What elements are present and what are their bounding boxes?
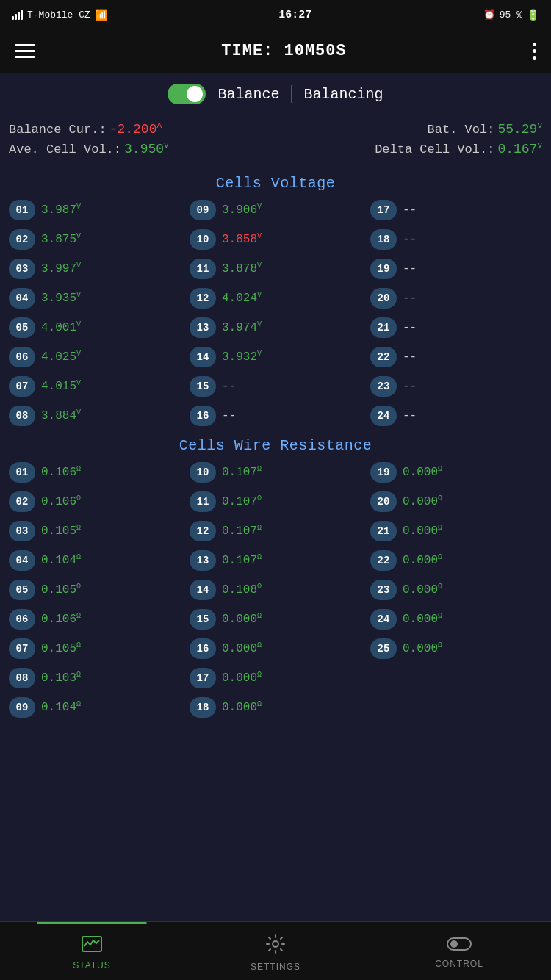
resist-cell-value: 0.105Ω (41, 583, 81, 597)
more-options-button[interactable] (533, 43, 536, 60)
divider (291, 85, 292, 103)
resist-cell-number: 20 (370, 491, 397, 512)
cell-item: 054.001V (6, 314, 184, 342)
cell-item: 074.015V (6, 372, 184, 400)
cell-voltage: 4.015V (41, 379, 81, 393)
resist-item: 220.000Ω (367, 547, 545, 574)
cell-voltage: -- (403, 262, 417, 275)
cell-item: 013.987V (6, 196, 184, 224)
balance-cur-stat: Balance Cur.: -2.200A (9, 121, 162, 137)
settings-icon (266, 934, 285, 959)
resist-cell-value: 0.107Ω (222, 553, 262, 567)
resist-cell-number: 25 (370, 638, 397, 659)
cell-voltage: 3.974V (222, 320, 262, 334)
resist-cell-value: 0.106Ω (41, 612, 81, 626)
toggle-track (168, 84, 206, 104)
cell-number: 14 (190, 347, 216, 367)
bat-vol-label: Bat. Vol: (428, 123, 495, 137)
cell-number: 12 (190, 288, 216, 309)
resist-cell-number: 23 (370, 580, 397, 600)
resist-item: 090.104Ω (6, 693, 184, 721)
resist-cell-number: 19 (370, 462, 397, 483)
cell-voltage: -- (222, 409, 236, 422)
cell-item: 21-- (367, 314, 545, 342)
ave-cell-label: Ave. Cell Vol.: (9, 143, 121, 156)
balance-cur-value: -2.200A (109, 121, 162, 137)
cell-number: 07 (9, 376, 35, 397)
cell-voltage: -- (403, 409, 417, 422)
cell-voltage: 3.858V (222, 232, 262, 246)
cell-number: 06 (9, 347, 35, 367)
cell-item: 133.974V (187, 314, 364, 342)
resist-cell-number: 11 (190, 491, 216, 512)
resist-cell-value: 0.107Ω (222, 524, 262, 538)
cell-number: 09 (190, 200, 216, 220)
nav-settings[interactable]: SETTINGS (184, 922, 367, 980)
balance-toggle[interactable] (168, 84, 206, 104)
resist-cell-value: 0.000Ω (403, 524, 442, 538)
resist-item: 180.000Ω (187, 693, 364, 721)
menu-button[interactable] (15, 44, 35, 58)
cell-voltage: -- (403, 292, 417, 305)
resist-cell-value: 0.000Ω (403, 583, 442, 597)
cell-number: 02 (9, 229, 35, 250)
cell-item: 24-- (367, 402, 545, 430)
resist-item: 170.000Ω (187, 664, 364, 692)
carrier-label: T-Mobile CZ (27, 10, 90, 21)
resist-item: 100.107Ω (187, 458, 364, 486)
cell-voltage: -- (222, 380, 236, 393)
signal-icon (12, 10, 23, 20)
resist-cell-value: 0.000Ω (222, 671, 262, 685)
ave-cell-value: 3.950V (124, 141, 169, 156)
resist-item: 240.000Ω (367, 605, 545, 633)
resist-cell-value: 0.000Ω (403, 641, 442, 655)
resist-cell-number: 09 (9, 697, 35, 718)
resist-cell-number: 10 (190, 462, 216, 483)
control-label: CONTROL (435, 959, 483, 969)
cell-voltage: 3.906V (222, 203, 262, 217)
nav-control[interactable]: CONTROL (367, 922, 551, 980)
cell-item: 043.935V (6, 284, 184, 312)
resist-cell-value: 0.000Ω (403, 553, 442, 567)
cell-voltage: 3.878V (222, 262, 262, 275)
resist-item: 110.107Ω (187, 488, 364, 516)
battery-label: 95 % (500, 10, 522, 21)
resist-item: 060.106Ω (6, 605, 184, 633)
resist-cell-value: 0.107Ω (222, 494, 262, 508)
cell-item: 19-- (367, 255, 545, 283)
resist-cell-number: 07 (9, 638, 35, 659)
svg-point-3 (450, 940, 458, 948)
cells-resistance-section: Cells Wire Resistance 010.106Ω100.107Ω19… (0, 430, 551, 721)
status-icon (82, 936, 102, 957)
cell-item: 16-- (187, 402, 364, 430)
balance-row: Balance Balancing (0, 73, 551, 115)
cell-number: 24 (370, 406, 397, 426)
resist-cell-value: 0.104Ω (41, 553, 81, 567)
resist-cell-value: 0.106Ω (41, 465, 81, 479)
header-title: TIME: 10M50S (221, 42, 346, 60)
resist-item: 050.105Ω (6, 576, 184, 604)
cell-number: 20 (370, 288, 397, 309)
delta-stat: Delta Cell Vol.: 0.167V (375, 141, 542, 156)
cell-voltage: -- (403, 233, 417, 246)
resist-item: 010.106Ω (6, 458, 184, 486)
settings-label: SETTINGS (251, 962, 300, 972)
bat-vol-stat: Bat. Vol: 55.29V (428, 121, 542, 137)
cell-number: 21 (370, 317, 397, 338)
cell-voltage: -- (403, 350, 417, 364)
resist-cell-number: 06 (9, 609, 35, 630)
cell-number: 16 (190, 406, 216, 426)
resist-cell-number: 05 (9, 580, 35, 600)
cell-voltage: 3.987V (41, 203, 81, 217)
resist-cell-value: 0.106Ω (41, 494, 81, 508)
delta-value: 0.167V (497, 141, 542, 156)
cell-item: 033.997V (6, 255, 184, 283)
nav-status[interactable]: STATUS (0, 922, 184, 980)
balancing-label: Balancing (303, 86, 383, 103)
main-content: Balance Balancing Balance Cur.: -2.200A … (0, 73, 551, 795)
resist-cell-value: 0.000Ω (403, 612, 442, 626)
resist-cell-number: 17 (190, 668, 216, 688)
cell-voltage: 3.997V (41, 262, 81, 275)
resist-cell-number: 21 (370, 521, 397, 541)
cell-voltage: -- (403, 321, 417, 334)
